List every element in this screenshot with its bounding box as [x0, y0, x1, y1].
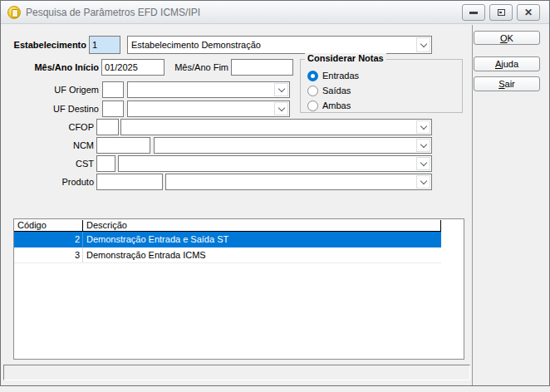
cfop-label: CFOP [1, 119, 94, 135]
cell-descricao: Demonstração Entrada ICMS [83, 247, 441, 262]
chevron-down-icon [277, 104, 284, 110]
column-header-codigo: Código [14, 220, 83, 231]
ok-button-label: OK [500, 32, 513, 44]
produto-combobox-arrow[interactable] [416, 175, 430, 189]
uf-origem-code-input[interactable] [102, 81, 124, 98]
chevron-down-icon [420, 177, 426, 184]
close-button[interactable]: ✕ [517, 4, 540, 21]
chevron-down-icon [420, 40, 426, 47]
panel-divider [472, 25, 473, 385]
estabelecimento-label: Estabelecimento [1, 36, 86, 54]
mes-ano-inicio-input[interactable] [101, 59, 165, 76]
close-icon: ✕ [524, 7, 533, 17]
sair-button[interactable]: Sair [474, 76, 540, 91]
cell-descricao: Demonstração Entrada e Saída ST [83, 232, 441, 247]
chevron-down-icon [420, 140, 426, 147]
produto-label: Produto [1, 174, 94, 190]
ok-button[interactable]: OK [474, 31, 540, 45]
table-row[interactable]: 3 Demonstração Entrada ICMS [14, 247, 441, 263]
mes-ano-fim-input[interactable] [231, 59, 293, 76]
cell-codigo: 2 [14, 232, 83, 247]
uf-origem-combobox-value [131, 82, 273, 97]
column-header-descricao: Descrição [83, 220, 440, 231]
ajuda-button[interactable]: Ajuda [474, 56, 540, 71]
produto-combobox[interactable] [165, 174, 432, 190]
cfop-combobox[interactable] [120, 119, 432, 135]
estabelecimento-code-input[interactable] [89, 36, 120, 54]
table-header: Código Descrição [14, 220, 441, 232]
estabelecimento-combobox[interactable]: Estabelecimento Demonstração [127, 36, 432, 54]
radio-button-icon [307, 86, 318, 96]
cst-label: CST [1, 155, 94, 172]
ncm-code-input[interactable] [96, 137, 150, 154]
uf-destino-combobox[interactable] [127, 100, 290, 117]
restore-icon [498, 9, 505, 16]
cfop-combobox-value [125, 120, 415, 135]
cell-codigo: 3 [14, 247, 83, 262]
status-bar [3, 365, 470, 380]
uf-destino-code-input[interactable] [102, 100, 124, 117]
uf-origem-combobox[interactable] [127, 81, 290, 98]
ajuda-button-label: Ajuda [495, 58, 518, 70]
sair-button-label: Sair [498, 78, 515, 90]
restore-button[interactable] [489, 4, 513, 21]
window-controls: ✕ [462, 4, 540, 21]
estabelecimento-combobox-value: Estabelecimento Demonstração [131, 37, 415, 53]
titlebar: Pesquisa de Parâmetros EFD ICMS/IPI ✕ [1, 1, 549, 24]
mes-ano-inicio-label: Mês/Ano Início [1, 59, 99, 76]
app-icon [7, 6, 21, 19]
considerar-notas-title: Considerar Notas [305, 53, 386, 63]
radio-button-icon [307, 100, 318, 111]
cst-combobox[interactable] [118, 155, 432, 172]
produto-code-input[interactable] [96, 174, 163, 190]
ncm-combobox[interactable] [154, 137, 432, 154]
table-row[interactable]: 2 Demonstração Entrada e Saída ST [14, 232, 441, 247]
considerar-notas-groupbox: Considerar Notas Entradas Saídas Ambas [300, 59, 463, 113]
minimize-icon [469, 12, 478, 14]
radio-saidas[interactable]: Saídas [307, 85, 351, 96]
radio-entradas[interactable]: Entradas [307, 70, 359, 81]
uf-destino-label: UF Destino [1, 100, 99, 117]
results-listbox: Código Descrição 2 Demonstração Entrada … [13, 218, 464, 360]
minimize-button[interactable] [462, 4, 485, 21]
cst-code-input[interactable] [96, 155, 115, 172]
window-title: Pesquisa de Parâmetros EFD ICMS/IPI [26, 7, 200, 18]
produto-combobox-value [169, 174, 415, 189]
cfop-combobox-arrow[interactable] [416, 120, 430, 134]
uf-origem-label: UF Origem [1, 81, 99, 98]
radio-button-icon [307, 71, 318, 81]
uf-destino-combobox-value [131, 101, 273, 116]
dialog-window: Pesquisa de Parâmetros EFD ICMS/IPI ✕ Es… [0, 0, 550, 386]
radio-saidas-label: Saídas [322, 86, 351, 96]
chevron-down-icon [277, 85, 284, 91]
mes-ano-fim-label: Mês/Ano Fim [167, 59, 228, 76]
radio-ambas-label: Ambas [322, 100, 351, 110]
chevron-down-icon [420, 122, 426, 129]
estabelecimento-combobox-arrow[interactable] [416, 37, 430, 52]
chevron-down-icon [420, 159, 426, 165]
ncm-combobox-arrow[interactable] [416, 139, 430, 152]
ncm-label: NCM [1, 137, 94, 154]
cst-combobox-arrow[interactable] [416, 157, 430, 170]
cfop-code-input[interactable] [96, 119, 119, 135]
cst-combobox-value [122, 156, 415, 171]
ncm-combobox-value [158, 138, 415, 153]
radio-entradas-label: Entradas [322, 71, 359, 81]
uf-destino-combobox-arrow[interactable] [274, 102, 288, 115]
radio-ambas[interactable]: Ambas [307, 100, 351, 111]
uf-origem-combobox-arrow[interactable] [274, 83, 288, 96]
